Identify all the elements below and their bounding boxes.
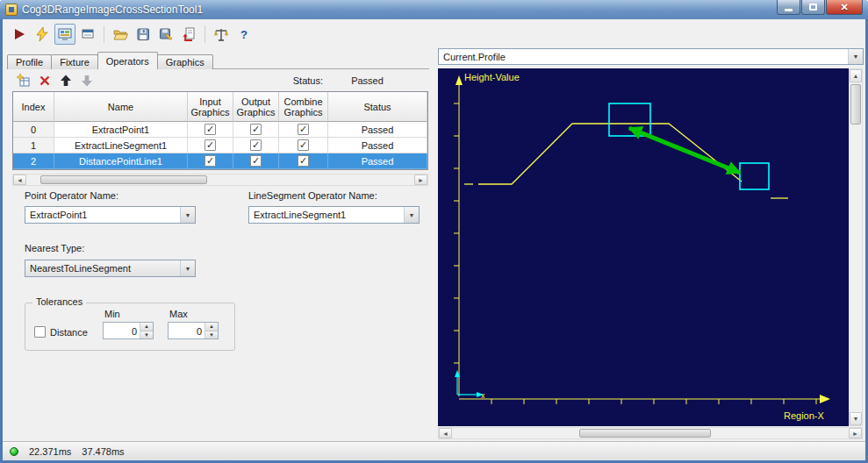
profile-display-canvas[interactable]: Height-Value Region-X x <box>438 68 849 426</box>
distance-min-value[interactable]: 0 <box>104 323 140 338</box>
chevron-down-icon[interactable]: ▼ <box>180 207 195 223</box>
cell-name: ExtractPoint1 <box>54 122 188 138</box>
benchmark-button[interactable] <box>211 24 232 45</box>
origin-x-label: x <box>481 391 485 400</box>
import-button[interactable] <box>178 24 199 45</box>
checkbox-icon: ✓ <box>204 155 216 167</box>
linesegment-operator-combobox[interactable]: ExtractLineSegment1 ▼ <box>248 206 420 224</box>
tool-edit-window: Cog3DRangeImageCrossSectionTool1 ✕ <box>0 0 868 463</box>
tabstrip: Profile Fixture Operators Graphics <box>7 52 212 69</box>
output-graphics-checkbox[interactable]: ✓ <box>233 122 279 138</box>
result-display-toggle-button[interactable] <box>54 24 75 45</box>
spinner-up-icon[interactable]: ▲ <box>205 323 218 331</box>
combine-graphics-checkbox[interactable]: ✓ <box>279 122 328 138</box>
delete-operator-button[interactable] <box>36 72 54 89</box>
window-titlebar[interactable]: Cog3DRangeImageCrossSectionTool1 ✕ <box>0 0 868 19</box>
main-toolbar: ? <box>3 19 865 49</box>
save-button[interactable] <box>133 24 154 45</box>
scrollbar-track[interactable] <box>850 82 862 412</box>
scrollbar-thumb[interactable] <box>40 175 207 184</box>
nearest-type-combobox[interactable]: NearestToLineSegment ▼ <box>25 260 196 277</box>
scrollbar-thumb[interactable] <box>850 84 861 125</box>
combine-graphics-checkbox[interactable]: ✓ <box>279 153 328 169</box>
scroll-left-icon[interactable]: ◄ <box>439 428 452 438</box>
move-up-button[interactable] <box>57 72 75 89</box>
table-row[interactable]: 1 ExtractLineSegment1 ✓ ✓ ✓ Passed <box>13 138 427 153</box>
table-row-selected[interactable]: 2 DistancePointLine1 ✓ ✓ ✓ Passed <box>13 153 427 169</box>
display-h-scrollbar[interactable]: ◄ ► <box>438 427 863 439</box>
toolbar-separator <box>204 25 205 43</box>
combine-graphics-checkbox[interactable]: ✓ <box>279 138 328 153</box>
spinner-down-icon[interactable]: ▼ <box>140 331 153 339</box>
checkbox-icon: ✓ <box>204 124 216 135</box>
tab-profile[interactable]: Profile <box>7 54 52 69</box>
close-button[interactable]: ✕ <box>826 0 863 15</box>
tolerances-groupbox: Tolerances Min Max Distance 0 ▲ ▼ 0 ▲ ▼ <box>25 303 235 351</box>
total-time: 37.478ms <box>82 446 124 457</box>
minimize-button[interactable] <box>777 0 800 15</box>
tab-fixture[interactable]: Fixture <box>51 54 98 69</box>
scrollbar-thumb[interactable] <box>579 429 711 438</box>
checkbox-icon: ✓ <box>298 124 309 135</box>
scroll-down-icon[interactable]: ▼ <box>850 412 862 425</box>
output-graphics-checkbox[interactable]: ✓ <box>233 153 279 169</box>
tab-graphics[interactable]: Graphics <box>157 54 213 69</box>
result-display-toggle-icon <box>57 26 73 42</box>
distance-max-value[interactable]: 0 <box>169 323 204 338</box>
checkbox-icon: ✓ <box>250 124 262 135</box>
tolerances-title: Tolerances <box>32 296 86 307</box>
distance-checkbox[interactable] <box>34 326 46 338</box>
point-operator-combobox[interactable]: ExtractPoint1 ▼ <box>25 206 196 224</box>
profile-display[interactable]: Height-Value Region-X x <box>438 68 849 426</box>
display-v-scrollbar[interactable]: ▲ ▼ <box>849 68 863 426</box>
add-operator-button[interactable] <box>15 72 32 89</box>
save-as-button[interactable] <box>155 24 176 45</box>
benchmark-icon <box>213 26 229 42</box>
col-header-status: Status <box>328 92 427 122</box>
float-display-toggle-button[interactable] <box>77 24 98 45</box>
chevron-down-icon[interactable]: ▼ <box>404 207 419 223</box>
scroll-left-icon[interactable]: ◄ <box>13 175 26 185</box>
move-down-button[interactable] <box>78 72 96 89</box>
col-header-input-graphics: Input Graphics <box>188 92 233 122</box>
scroll-right-icon[interactable]: ► <box>849 428 862 438</box>
open-button[interactable] <box>110 24 131 45</box>
scrollbar-track[interactable] <box>26 175 414 185</box>
linesegment-operator-label: LineSegment Operator Name: <box>248 190 377 201</box>
spinner-down-icon[interactable]: ▼ <box>205 331 218 339</box>
input-graphics-checkbox[interactable]: ✓ <box>188 153 233 169</box>
table-row[interactable]: 0 ExtractPoint1 ✓ ✓ ✓ Passed <box>13 122 427 138</box>
col-header-index: Index <box>13 92 54 122</box>
distance-label: Distance <box>50 327 88 338</box>
point-operator-label: Point Operator Name: <box>25 190 118 201</box>
display-source-combobox[interactable]: Current.Profile ▼ <box>438 48 864 65</box>
table-h-scrollbar[interactable]: ◄ ► <box>12 174 428 186</box>
output-graphics-checkbox[interactable]: ✓ <box>233 138 279 153</box>
distance-min-spinner[interactable]: 0 ▲ ▼ <box>103 322 154 339</box>
run-continuous-button[interactable] <box>32 24 53 45</box>
checkbox-icon: ✓ <box>298 155 309 167</box>
run-button[interactable] <box>9 24 30 45</box>
add-operator-icon <box>17 74 31 88</box>
minimize-icon <box>785 9 793 11</box>
input-graphics-checkbox[interactable]: ✓ <box>188 122 233 138</box>
chevron-down-icon[interactable]: ▼ <box>848 49 863 64</box>
input-graphics-checkbox[interactable]: ✓ <box>188 138 233 153</box>
nearest-type-label: Nearest Type: <box>25 243 84 253</box>
axis-ticks <box>454 103 816 404</box>
scroll-right-icon[interactable]: ► <box>414 175 427 185</box>
chevron-down-icon[interactable]: ▼ <box>180 260 195 276</box>
distance-max-spinner[interactable]: 0 ▲ ▼ <box>168 322 219 339</box>
col-header-combine-graphics: Combine Graphics <box>279 92 328 122</box>
tab-operators[interactable]: Operators <box>97 52 158 69</box>
maximize-button[interactable] <box>801 0 825 15</box>
cell-name: DistancePointLine1 <box>54 153 188 169</box>
spinner-up-icon[interactable]: ▲ <box>140 323 153 331</box>
help-button[interactable]: ? <box>233 24 255 45</box>
checkbox-icon: ✓ <box>298 139 309 151</box>
window-title: Cog3DRangeImageCrossSectionTool1 <box>22 4 772 16</box>
max-label: Max <box>169 309 188 319</box>
scroll-up-icon[interactable]: ▲ <box>850 69 862 82</box>
scrollbar-track[interactable] <box>452 428 849 438</box>
distance-arrow <box>629 128 740 173</box>
